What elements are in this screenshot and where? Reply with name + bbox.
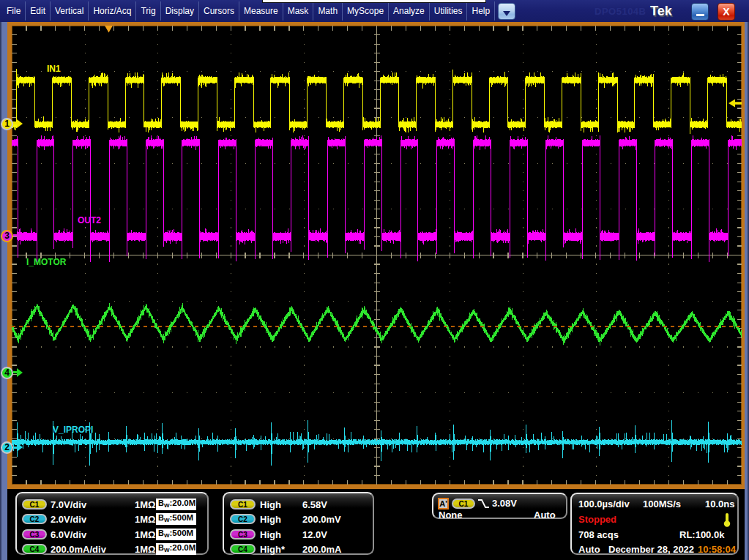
channel-badge-c2[interactable]: C2 [230, 514, 256, 524]
bw-value: :20.0M [170, 499, 196, 507]
menu-item-help[interactable]: Help [467, 1, 494, 21]
time-text: 10:58:04 [698, 544, 736, 555]
minimize-button[interactable] [691, 3, 709, 20]
bw-label-sub: W [164, 532, 170, 539]
trace-label-out2[interactable]: OUT2 [78, 215, 101, 225]
sample-rate: 100MS/s [643, 499, 681, 509]
horizontal-scale: 100.0µs/div [578, 499, 630, 509]
menu-item-edit[interactable]: Edit [26, 1, 50, 21]
trigger-panel: A'C13.08VNoneAuto [432, 493, 567, 519]
channel-badge-c2[interactable]: C2 [22, 514, 47, 524]
channel-badge-c4[interactable]: C4 [22, 544, 47, 554]
channel-marker-circle: 2 [1, 441, 13, 454]
trigger-mode: Auto [534, 509, 556, 520]
measurement-value-c3: 12.0V [302, 529, 327, 540]
channel-badge-c1[interactable]: C1 [22, 499, 47, 509]
tek-logo: Tek [650, 4, 672, 19]
channel-bandwidth-c2[interactable]: BW:500M [156, 513, 196, 525]
trigger-type: None [439, 509, 463, 520]
channel-marker-arrow [17, 443, 23, 452]
channel-impedance-c3: 1MΩ [135, 529, 155, 540]
falling-edge-icon [478, 499, 490, 509]
measurements-panel: C1High6.58VC2High200.0mVC3High12.0VC4Hig… [223, 492, 374, 555]
channel-impedance-c2: 1MΩ [135, 514, 155, 525]
waveform-position-pin-icon [723, 513, 731, 528]
oscilloscope-app: FileEditVerticalHoriz/AcqTrigDisplayCurs… [0, 0, 749, 560]
channel-scale-c3: 6.0V/div [51, 529, 86, 540]
menu-item-cursors[interactable]: Cursors [199, 1, 239, 21]
menu-item-horiz-acq[interactable]: Horiz/Acq [89, 1, 135, 21]
bw-label-main: B [158, 499, 164, 507]
measurement-name-c3: High [260, 529, 281, 540]
record-length: RL:100.0k [679, 529, 724, 540]
channel-scale-c2: 2.0V/div [51, 514, 86, 525]
channel-badge-c1[interactable]: C1 [452, 499, 475, 509]
trigger-level-marker[interactable] [728, 100, 742, 108]
channel-impedance-c4: 1MΩ [135, 544, 155, 555]
trigger-mode-label: Auto [578, 544, 600, 555]
channel-badge-c1[interactable]: C1 [230, 499, 256, 509]
trace-label-i_motor[interactable]: I_MOTOR [26, 257, 66, 267]
menu-item-utilities[interactable]: Utilities [430, 1, 467, 21]
acquisition-count: 708 acqs [578, 529, 619, 540]
trace-label-v_ipropi[interactable]: V_IPROPI [53, 425, 93, 435]
channel-scale-c4: 200.0mA/div [51, 544, 106, 555]
channel-bandwidth-c1[interactable]: BW:20.0M [156, 499, 196, 510]
channel-badge-c3[interactable]: C3 [230, 529, 256, 540]
waveform-display[interactable] [12, 26, 742, 485]
menu-item-display[interactable]: Display [161, 1, 198, 21]
channel-scale-c1: 7.0V/div [51, 499, 86, 510]
menu-item-measure[interactable]: Measure [239, 1, 283, 21]
menu-item-trig[interactable]: Trig [136, 1, 160, 21]
close-button[interactable]: X [718, 3, 735, 20]
model-text: DPO5104B [595, 6, 646, 17]
channel-bandwidth-c4[interactable]: BW:20.0M [156, 543, 196, 555]
channel-marker-circle: 1 [1, 118, 13, 130]
bw-label-main: B [158, 543, 164, 552]
measurement-name-c4: High* [260, 544, 285, 555]
bw-value: :500M [170, 529, 194, 537]
menu-item-mask[interactable]: Mask [283, 1, 313, 21]
menu-dropdown-button[interactable] [498, 3, 515, 20]
channel-bandwidth-c3[interactable]: BW:500M [156, 529, 196, 540]
trigger-a-badge[interactable]: A' [438, 498, 449, 509]
bw-label-main: B [158, 513, 164, 522]
menu-item-vertical[interactable]: Vertical [51, 1, 88, 21]
measurement-name-c1: High [260, 499, 281, 510]
trigger-level-value: 3.08V [492, 498, 517, 509]
desktop-strip-left [0, 22, 7, 560]
bw-label-sub: W [164, 547, 170, 553]
sample-resolution: 10.0ns [705, 499, 734, 509]
bw-label-sub: W [164, 517, 170, 523]
menu-item-math[interactable]: Math [313, 1, 342, 21]
menu-item-analyze[interactable]: Analyze [389, 1, 429, 21]
trace-label-in1[interactable]: IN1 [47, 64, 61, 74]
channel-impedance-c1: 1MΩ [135, 499, 155, 510]
desktop-strip-right [745, 22, 749, 560]
graticule-center-crosshair [12, 26, 742, 485]
measurement-value-c1: 6.58V [302, 499, 327, 510]
graticule-svg [12, 26, 742, 485]
channel-marker-circle: 4 [1, 367, 13, 379]
background-window-edge [262, 0, 486, 3]
channels-panel: C17.0V/div1MΩBW:20.0MC22.0V/div1MΩBW:500… [15, 492, 209, 555]
date-text: December 28, 2022 [608, 544, 694, 555]
measurement-name-c2: High [260, 514, 281, 525]
bw-label-sub: W [164, 502, 170, 509]
bw-value: :500M [170, 513, 194, 522]
measurement-value-c2: 200.0mV [302, 514, 341, 525]
channel-marker-arrow [17, 368, 23, 377]
menu-item-myscope[interactable]: MyScope [343, 1, 388, 21]
channel-badge-c4[interactable]: C4 [230, 544, 256, 554]
menu-separator [494, 1, 495, 20]
channel-marker-arrow [17, 231, 23, 240]
channel-marker-circle: 3 [1, 230, 13, 242]
channel-badge-c3[interactable]: C3 [22, 529, 47, 540]
minimize-icon [696, 14, 704, 16]
trigger-position-marker[interactable] [105, 26, 113, 33]
close-icon: X [723, 6, 729, 18]
bw-label-main: B [158, 529, 164, 537]
menu-item-file[interactable]: File [2, 1, 25, 21]
measurement-value-c4: 200.0mA [302, 544, 341, 555]
acquisition-status: Stopped [578, 514, 616, 525]
